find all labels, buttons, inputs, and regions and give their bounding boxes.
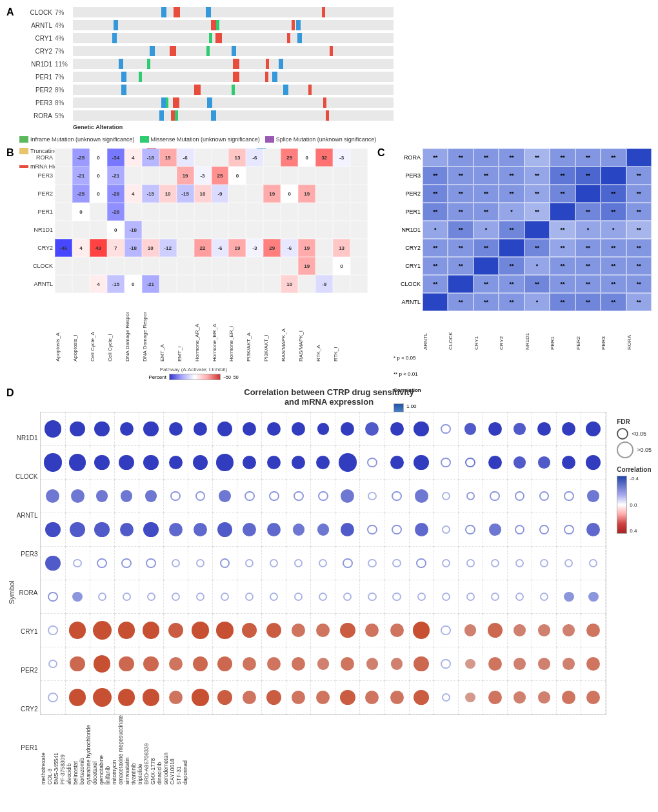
dot-cell — [41, 480, 65, 513]
heatmap-b-cell: 0 — [90, 148, 107, 167]
heatmap-b-cell — [228, 185, 246, 203]
panel-d: Correlation between CTRP drug sensitivit… — [6, 387, 652, 773]
dot-cell — [434, 614, 459, 647]
gene-track-rora — [73, 110, 394, 121]
dot-cell — [385, 647, 410, 681]
heatmap-b-col-label: Hormone_AR_A — [194, 312, 212, 364]
dot-cell — [434, 446, 459, 480]
corr-cell: ** — [448, 203, 473, 221]
heatmap-b-cell — [194, 203, 212, 221]
dot-y-label: NR1D1 — [15, 421, 37, 454]
heatmap-b-cell: -6 — [246, 148, 263, 167]
dot — [169, 523, 183, 536]
dot — [465, 458, 475, 468]
dot — [48, 592, 58, 602]
dot — [294, 559, 303, 567]
heatmap-b-cell: -28 — [107, 185, 125, 203]
gene-track-per3 — [73, 97, 394, 108]
dot — [269, 491, 279, 502]
dot — [513, 658, 525, 669]
dot — [94, 522, 110, 538]
dot-y-label: CLOCK — [15, 460, 37, 493]
dot-cell — [360, 446, 384, 480]
dot — [538, 456, 550, 468]
heatmap-b-cell: -34 — [107, 148, 125, 167]
dot-cell — [335, 446, 360, 480]
heatmap-b-cell: -15 — [142, 185, 159, 203]
dot-x-label: mitomycin — [111, 715, 117, 787]
dot-x-label: simvastatin — [124, 715, 130, 787]
corr-cell: ** — [550, 167, 575, 185]
onco-row-cry1: CRY14% — [19, 32, 394, 44]
dot-y-label: CRY1 — [15, 614, 37, 648]
onco-bar — [209, 33, 212, 43]
heatmap-b-cell — [228, 221, 246, 239]
corr-cell: ** — [474, 148, 499, 167]
dot — [143, 421, 159, 437]
onco-bar — [330, 46, 333, 56]
corr-grid: RORA****************PER3****************… — [394, 148, 652, 311]
corr-cell: ** — [575, 257, 601, 275]
corr-cell: ** — [474, 239, 499, 257]
dot-cell — [434, 647, 459, 681]
corr-cell: ** — [601, 203, 626, 221]
dot-cell — [66, 647, 90, 681]
panel-b: RORA-250-344-1819-613-629032-3PER3-210-2… — [6, 148, 368, 380]
dot — [143, 622, 159, 638]
heatmap-b-cell — [55, 203, 72, 221]
dot-y-label: PER1 — [15, 731, 37, 764]
dot — [195, 491, 206, 502]
dot — [390, 422, 404, 436]
dot — [538, 658, 550, 669]
dot — [45, 556, 61, 571]
heatmap-b-cell: 4 — [125, 148, 142, 167]
heatmap-b-col-label: RAS/MAPK_I — [298, 312, 315, 364]
dot-cell — [385, 513, 410, 547]
dot — [317, 523, 329, 535]
gene-pct-cry1: 4% — [55, 35, 73, 42]
dot-cell — [90, 681, 115, 715]
fdr-large-circle — [617, 442, 633, 458]
dot-cell — [508, 647, 532, 681]
heatmap-b-row-label: PER3 — [19, 167, 55, 185]
heatmap-b-cell: 19 — [263, 185, 281, 203]
dot-cell — [459, 580, 483, 614]
corr-cell: ** — [550, 239, 575, 257]
heatmap-b-cell: 0 — [107, 221, 125, 239]
gene-pct-arntl: 4% — [55, 22, 73, 29]
corr-cell: * — [499, 203, 524, 221]
corr-cell: ** — [474, 167, 499, 185]
dot — [339, 453, 357, 472]
dot — [414, 656, 429, 672]
corr-cell: ** — [499, 293, 524, 311]
onco-bar — [308, 85, 312, 95]
heatmap-b-grid: RORA-250-344-1819-613-629032-3PER3-210-2… — [19, 148, 368, 311]
dot-x-label: STF-31 — [175, 715, 182, 787]
legend-text: Missense Mutation (unknown significance) — [151, 134, 260, 145]
dot-cell — [508, 480, 532, 513]
dot-cell — [188, 580, 213, 614]
dot — [119, 455, 134, 471]
legend-item: Inframe Mutation (unknown significance) — [19, 134, 135, 145]
corr-cell: ** — [626, 203, 652, 221]
dot — [242, 623, 257, 638]
dot-cell — [262, 580, 286, 614]
dot — [513, 423, 525, 434]
dot-cell — [213, 513, 237, 547]
corr-legend-title: Correlation — [617, 466, 652, 473]
dot — [341, 489, 354, 503]
heatmap-b-cell — [212, 148, 229, 167]
onco-bar — [173, 97, 179, 108]
dot — [267, 456, 281, 469]
dot-cell — [483, 412, 508, 446]
corr-col-label: PER1 — [550, 312, 575, 351]
heatmap-b-col-label: PI3K/AKT_A — [246, 312, 263, 364]
heatmap-b-cell — [177, 221, 194, 239]
dot — [513, 456, 525, 468]
dot — [490, 491, 500, 502]
dot — [415, 523, 428, 536]
dot — [193, 656, 208, 672]
dot — [71, 489, 85, 503]
dot-cell — [90, 647, 115, 681]
heatmap-b-cell: 13 — [228, 148, 246, 167]
